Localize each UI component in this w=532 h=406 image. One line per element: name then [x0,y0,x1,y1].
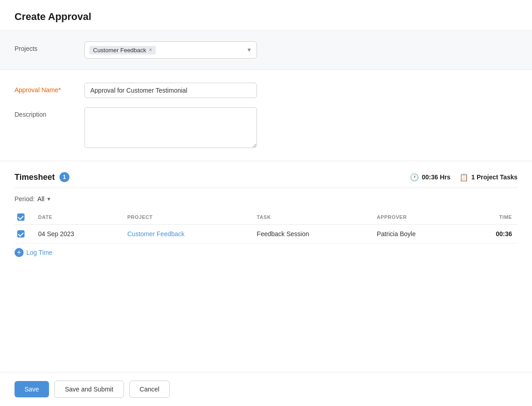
form-section: Approval Name* Description [0,70,532,161]
col-task: TASK [251,210,371,225]
hours-meta: 🕐 00:36 Hrs [410,173,450,182]
projects-label: Projects [15,41,74,52]
tasks-meta: 📋 1 Project Tasks [459,173,517,182]
approval-name-label: Approval Name* [15,83,74,94]
tasks-value: 1 Project Tasks [471,173,517,181]
cancel-button[interactable]: Cancel [129,381,170,398]
description-label: Description [15,107,74,118]
save-button[interactable]: Save [15,381,49,397]
main-content: Projects Customer Feedback × ▼ Approval … [0,30,532,372]
chevron-down-icon: ▼ [246,47,252,53]
log-time-button[interactable]: + Log Time [15,243,53,262]
project-link[interactable]: Customer Feedback [127,230,184,238]
clock-icon: 🕐 [410,173,419,182]
col-date: DATE [33,210,122,225]
project-tag: Customer Feedback × [89,46,156,54]
table-header-row: DATE PROJECT TASK APPROVER TIME [15,210,517,225]
approval-name-input[interactable] [84,83,257,98]
row-checkbox[interactable] [17,230,25,238]
timesheet-section: Timesheet 1 🕐 00:36 Hrs 📋 1 Project Task… [0,161,532,272]
project-tag-label: Customer Feedback [93,47,146,54]
row-project: Customer Feedback [122,225,251,243]
period-value: All [37,195,44,203]
table-row: 04 Sep 2023 Customer Feedback Feedback S… [15,225,517,243]
timesheet-meta: 🕐 00:36 Hrs 📋 1 Project Tasks [410,173,517,182]
clipboard-icon: 📋 [459,173,468,182]
description-field: Description [15,107,517,148]
col-time: TIME [466,210,517,225]
col-project: PROJECT [122,210,251,225]
row-date: 04 Sep 2023 [33,225,122,243]
row-checkbox-cell [15,225,33,243]
description-input[interactable] [84,107,257,148]
row-approver: Patricia Boyle [371,225,466,243]
projects-field-row: Projects Customer Feedback × ▼ [15,41,517,59]
timesheet-table: DATE PROJECT TASK APPROVER TIME 04 Sep 2… [15,210,517,243]
log-time-label: Log Time [26,249,53,256]
timesheet-title-group: Timesheet 1 [15,172,69,182]
col-checkbox [15,210,33,225]
project-tag-close[interactable]: × [149,47,152,53]
page-title: Create Approval [15,11,517,23]
page-header: Create Approval [0,0,532,30]
plus-icon: + [15,248,24,257]
chevron-down-icon: ▼ [46,196,51,202]
col-approver: APPROVER [371,210,466,225]
period-label: Period: [15,195,34,203]
hours-value: 00:36 Hrs [422,173,450,181]
page-footer: Save Save and Submit Cancel [0,372,532,406]
select-all-checkbox[interactable] [17,213,25,221]
timesheet-badge: 1 [59,172,69,182]
period-filter: Period: All ▼ [15,195,517,203]
projects-select[interactable]: Customer Feedback × ▼ [84,41,257,59]
period-select[interactable]: All ▼ [37,195,51,203]
row-time: 00:36 [466,225,517,243]
save-submit-button[interactable]: Save and Submit [54,381,124,398]
projects-section: Projects Customer Feedback × ▼ [0,30,532,70]
approval-name-field: Approval Name* [15,83,517,98]
row-task: Feedback Session [251,225,371,243]
timesheet-header: Timesheet 1 🕐 00:36 Hrs 📋 1 Project Task… [15,172,517,188]
timesheet-title: Timesheet [15,173,55,182]
